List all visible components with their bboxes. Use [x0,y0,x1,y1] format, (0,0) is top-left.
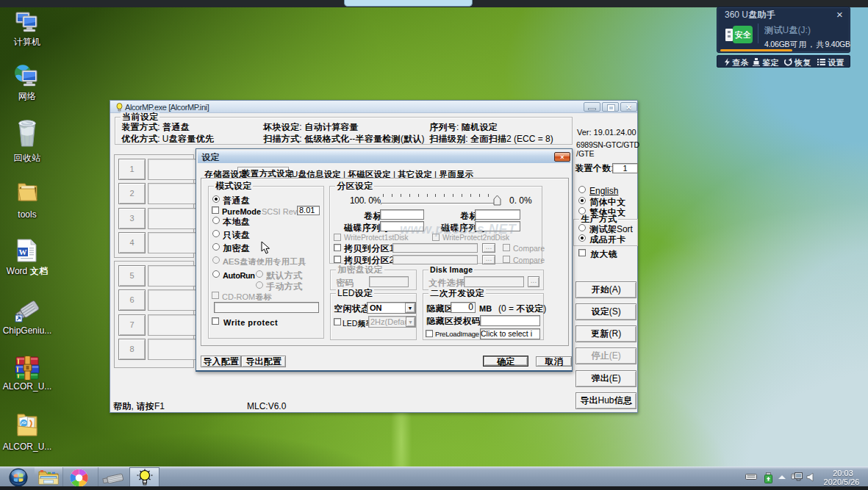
svg-text:W: W [19,248,27,256]
